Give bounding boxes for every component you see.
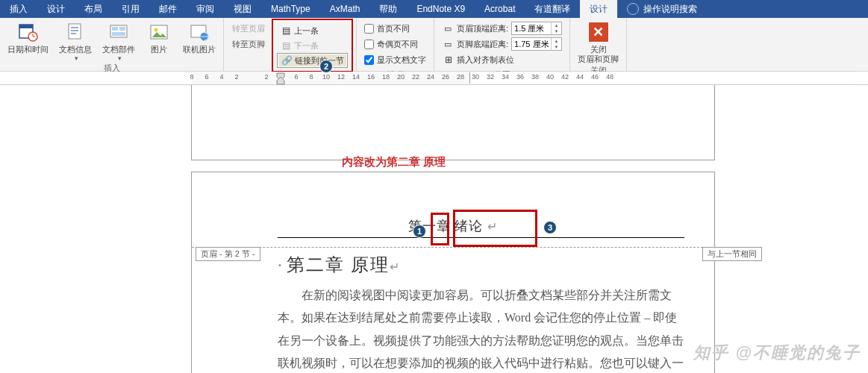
page-header-area[interactable]: 第一章 绪论↵ 1 3 (192, 202, 714, 247)
ruler-tick: 12 (337, 73, 345, 81)
chk-show-doctext[interactable]: 显示文档文字 (362, 52, 428, 67)
spin-down[interactable]: ▼ (552, 28, 561, 34)
indent-first-line-marker[interactable] (275, 72, 286, 85)
header-boundary (192, 247, 714, 248)
tab-acrobat[interactable]: Acrobat (475, 0, 525, 18)
ruler-tick: 8 (309, 73, 313, 81)
align-tab-icon: ⊞ (443, 54, 455, 66)
step-marker-1: 1 (413, 225, 426, 238)
prev-icon: ▤ (280, 25, 292, 37)
tab-hf-design[interactable]: 设计 (580, 0, 617, 18)
spin-header-top: ▭ 页眉顶端距离: ▲▼ (440, 21, 564, 36)
next-icon: ▤ (280, 40, 292, 51)
group-close: ✕ 关闭 页眉和页脚 关闭 (570, 18, 627, 71)
tab-axmath[interactable]: AxMath (320, 0, 370, 18)
page-body[interactable]: 第二章 原理↵ 在新的阅读视图中阅读更加容易。可以折叠文档某些部分并关注所需文本… (278, 253, 684, 373)
btn-docinfo[interactable]: 文档信息 (54, 19, 96, 62)
svg-rect-6 (119, 27, 125, 31)
btn-docparts[interactable]: 文档部件 (98, 19, 140, 62)
ruler-tick: 46 (591, 73, 599, 81)
tab-mail[interactable]: 邮件 (149, 0, 187, 18)
tellme-search[interactable]: 操作说明搜索 (617, 0, 707, 18)
group-insert: 日期和时间 文档信息 文档部件 图片 (0, 18, 224, 71)
btn-close-header-footer[interactable]: ✕ 关闭 页眉和页脚 (573, 19, 623, 64)
svg-rect-3 (69, 24, 81, 39)
btn-goto-header: 转至页眉 (229, 21, 268, 36)
btn-link-to-previous[interactable]: 🔗链接到前一节 (277, 53, 348, 68)
btn-picture[interactable]: 图片 (141, 19, 177, 54)
step-marker-2: 2 (319, 60, 333, 73)
highlight-box-header-text (453, 210, 537, 247)
ruler-tick: 2 (264, 73, 268, 81)
body-paragraph[interactable]: 在新的阅读视图中阅读更加容易。可以折叠文档某些部分并关注所需文本。如果在达到结尾… (278, 284, 684, 373)
input-footer-bottom[interactable] (512, 38, 551, 50)
close-icon: ✕ (588, 22, 609, 43)
group-navigation: 转至页眉 转至页脚 ▤上一条 ▤下一条 🔗链接到前一节 (224, 18, 357, 71)
ruler-tick: 36 (516, 73, 524, 81)
ruler-tick: 16 (367, 73, 375, 81)
spin-footer-bottom: ▭ 页脚底端距离: ▲▼ (440, 37, 564, 51)
btn-datetime[interactable]: 日期和时间 (3, 19, 53, 54)
ruler-tick: 20 (397, 73, 405, 81)
btn-onlinepic[interactable]: 联机图片 (178, 19, 220, 54)
link-icon: 🔗 (281, 54, 293, 66)
annotation-text: 内容改为第二章 原理 (342, 155, 446, 169)
svg-rect-5 (112, 27, 118, 31)
ruler-horizontal[interactable]: 8642246810121416182022242628303234363840… (0, 72, 868, 85)
ruler-tick: 38 (531, 73, 539, 81)
tab-references[interactable]: 引用 (112, 0, 149, 18)
header-section-tag: 页眉 - 第 2 节 - (196, 247, 260, 261)
ruler-tick: 10 (322, 73, 330, 81)
tab-help[interactable]: 帮助 (369, 0, 407, 18)
ruler-tick: 6 (204, 73, 208, 81)
document-canvas: 内容改为第二章 原理 第一章 绪论↵ 1 3 页眉 - 第 2 节 - 与上一节… (0, 85, 868, 373)
docparts-icon (107, 21, 130, 43)
tab-layout[interactable]: 布局 (75, 0, 112, 18)
ruler-tick: 8 (190, 73, 193, 81)
ruler-tick: 4 (219, 73, 223, 81)
btn-goto-footer[interactable]: 转至页脚 (229, 37, 268, 51)
tab-design[interactable]: 设计 (37, 0, 75, 18)
ruler-tick: 24 (427, 73, 434, 81)
ruler-tick: 48 (606, 73, 613, 81)
footer-dist-icon: ▭ (442, 38, 454, 50)
ruler-tick: 30 (472, 73, 479, 81)
page-previous (192, 85, 714, 160)
tab-youdao[interactable]: 有道翻译 (525, 0, 580, 18)
calendar-clock-icon (17, 21, 40, 43)
ruler-tick: 2 (234, 73, 238, 81)
input-header-top[interactable] (512, 22, 551, 34)
ruler-tick: 32 (487, 73, 494, 81)
picture-icon (148, 21, 170, 43)
svg-point-9 (154, 28, 158, 32)
ruler-tick: 22 (412, 73, 419, 81)
chk-diff-first[interactable]: 首页不同 (362, 21, 428, 36)
onlinepic-icon (188, 21, 210, 43)
page-current[interactable]: 第一章 绪论↵ 1 3 页眉 - 第 2 节 - 与上一节相同 第二章 原理↵ … (192, 172, 714, 373)
chapter-title[interactable]: 第二章 原理↵ (278, 253, 684, 277)
btn-next-section[interactable]: ▤下一条 (277, 38, 348, 53)
tab-mathtype[interactable]: MathType (261, 0, 320, 18)
spin-up[interactable]: ▲ (552, 38, 561, 44)
header-dist-icon: ▭ (442, 22, 454, 34)
highlight-box-cursor (431, 213, 449, 245)
spin-up[interactable]: ▲ (552, 22, 561, 28)
spin-down[interactable]: ▼ (552, 44, 561, 50)
docinfo-icon (64, 21, 87, 43)
tab-view[interactable]: 视图 (224, 0, 261, 18)
tab-insert[interactable]: 插入 (0, 0, 37, 18)
ruler-tick: 40 (546, 73, 554, 81)
ruler-tick: 28 (457, 73, 464, 81)
ruler-tick: 14 (352, 73, 360, 81)
btn-prev-section[interactable]: ▤上一条 (277, 23, 348, 38)
ruler-tick: 42 (561, 73, 569, 81)
same-as-previous-tag: 与上一节相同 (702, 247, 762, 261)
step-marker-3: 3 (543, 221, 557, 234)
ruler-tick: 44 (576, 73, 584, 81)
btn-insert-align-tab[interactable]: ⊞插入对齐制表位 (440, 52, 564, 67)
tab-review[interactable]: 审阅 (187, 0, 224, 18)
watermark: 知乎 @不睡觉的兔子 (693, 342, 861, 364)
ruler-tick: 34 (502, 73, 509, 81)
chk-diff-oddeven[interactable]: 奇偶页不同 (362, 37, 428, 51)
tab-endnote[interactable]: EndNote X9 (407, 0, 475, 18)
